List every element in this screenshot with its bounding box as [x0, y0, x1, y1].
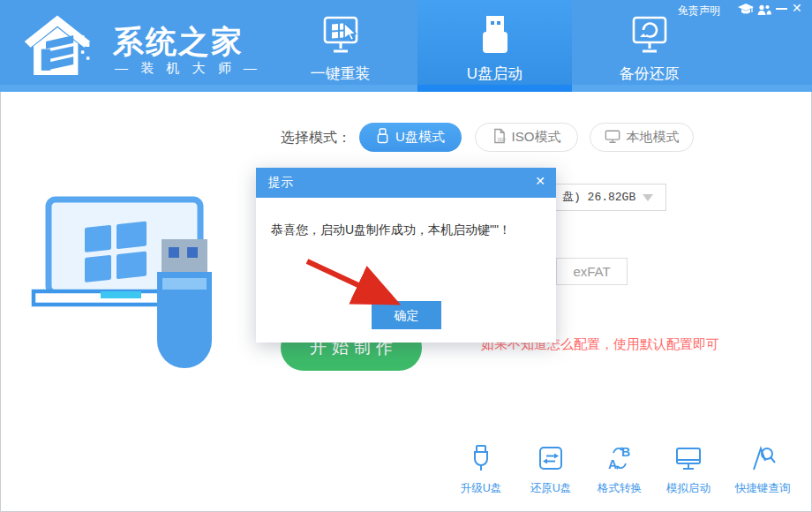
mode-option-local[interactable]: 本地模式 — [590, 123, 694, 152]
mode-option-label: ISO模式 — [512, 129, 561, 146]
message-dialog: 提示 ✕ 恭喜您，启动U盘制作成功，本机启动键""！ 确定 — [256, 168, 556, 343]
svg-text:A: A — [608, 457, 617, 471]
tool-upgrade-usb[interactable]: 升级U盘 — [441, 444, 521, 496]
svg-text:ISO: ISO — [497, 137, 505, 142]
monitor-restore-icon — [627, 12, 673, 62]
header-bottom-strip — [0, 85, 812, 92]
usb-icon — [376, 128, 389, 147]
users-icon[interactable] — [757, 4, 773, 16]
mode-option-label: U盘模式 — [395, 129, 445, 146]
dialog-close-icon[interactable]: ✕ — [535, 174, 545, 188]
tool-label: 还原U盘 — [511, 481, 590, 496]
tab-label: 一键重装 — [263, 64, 417, 84]
tool-label: 升级U盘 — [441, 481, 521, 496]
laptop-usb-illustration — [26, 187, 229, 373]
mode-select-label: 选择模式： — [281, 129, 351, 147]
tool-label: 格式转换 — [580, 481, 659, 496]
tab-label: 备份还原 — [572, 64, 726, 84]
tab-label: U盘启动 — [417, 64, 572, 84]
dialog-message: 恭喜您，启动U盘制作成功，本机启动键""！ — [271, 222, 545, 238]
tab-usb-boot[interactable]: U盘启动 — [417, 0, 572, 92]
tool-hotkey-search[interactable]: 快捷键查询 — [723, 444, 802, 496]
mode-option-iso[interactable]: ISO ISO模式 — [475, 123, 578, 152]
iso-file-icon: ISO — [492, 128, 506, 147]
logo-title: 系统之家 — [113, 21, 244, 63]
active-tab-strip — [417, 85, 572, 92]
dialog-ok-button[interactable]: 确定 — [372, 301, 441, 329]
tool-label: 快捷键查询 — [723, 481, 802, 496]
restore-square-icon — [538, 460, 564, 475]
format-convert-icon: A B — [606, 460, 633, 475]
logo-subtitle: — 装 机 大 师 — — [115, 60, 261, 77]
minimize-button[interactable] — [776, 8, 787, 10]
usb-plug-icon — [468, 460, 494, 475]
tab-one-key-reinstall[interactable]: 一键重装 — [263, 0, 417, 92]
monitor-boot-icon — [674, 460, 703, 475]
header: 系统之家 — 装 机 大 师 — 一键重装 — [0, 0, 812, 92]
svg-text:B: B — [621, 445, 630, 459]
app-window: 系统之家 — 装 机 大 师 — 一键重装 — [0, 0, 812, 512]
close-button[interactable]: ✕ — [792, 1, 802, 15]
dialog-title: 提示 — [268, 175, 293, 191]
tool-format-convert[interactable]: A B 格式转换 — [580, 444, 659, 496]
tool-simulate-boot[interactable]: 模拟启动 — [649, 444, 728, 496]
mode-option-usb[interactable]: U盘模式 — [359, 123, 462, 152]
format-select[interactable]: exFAT — [556, 258, 628, 285]
dialog-titlebar: 提示 ✕ — [256, 168, 556, 198]
graduation-cap-icon[interactable] — [738, 4, 754, 16]
hotkey-search-icon — [748, 460, 777, 475]
tool-restore-usb[interactable]: 还原U盘 — [511, 444, 590, 496]
monitor-icon — [605, 129, 620, 147]
tool-label: 模拟启动 — [649, 481, 728, 496]
chevron-down-icon — [643, 194, 653, 201]
usb-drive-icon — [472, 12, 518, 62]
disclaimer-link[interactable]: 免责声明 — [678, 4, 720, 19]
monitor-windows-cursor-icon — [318, 12, 364, 62]
mode-option-label: 本地模式 — [627, 129, 680, 146]
app-logo: 系统之家 — 装 机 大 师 — — [23, 7, 252, 87]
